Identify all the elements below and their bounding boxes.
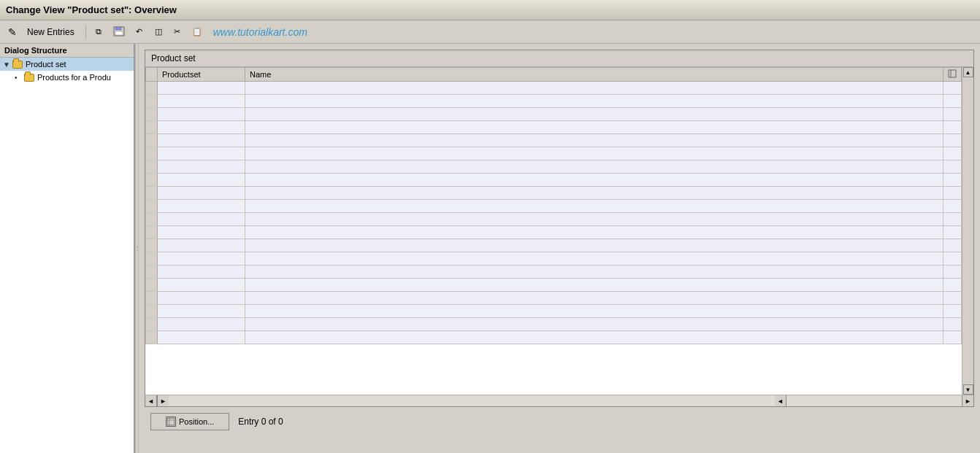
- table-row[interactable]: [146, 213, 962, 226]
- scroll-up-button[interactable]: ▲: [963, 67, 973, 77]
- save-button[interactable]: [110, 23, 129, 41]
- table-row[interactable]: [146, 292, 962, 305]
- cell-name-4[interactable]: [245, 134, 943, 147]
- cell-name-17[interactable]: [245, 305, 943, 318]
- table-row[interactable]: [146, 108, 962, 121]
- cell-productset-14[interactable]: [158, 266, 245, 279]
- h-scroll-left2-btn[interactable]: ◄: [775, 395, 786, 406]
- table-row[interactable]: [146, 305, 962, 318]
- table-row[interactable]: [146, 134, 962, 147]
- cell-name-18[interactable]: [245, 318, 943, 331]
- row-selector-19: [146, 331, 158, 344]
- table-container[interactable]: Productset Name: [145, 67, 962, 395]
- tree-item-products-for-produ[interactable]: • Products for a Produ: [0, 71, 134, 84]
- table-row[interactable]: [146, 318, 962, 331]
- table-row[interactable]: [146, 200, 962, 213]
- h-scroll-right-btn[interactable]: ►: [157, 395, 169, 406]
- bottom-area: Position... Entry 0 of 0: [145, 407, 974, 436]
- table-row[interactable]: [146, 226, 962, 239]
- row-selector-2: [146, 108, 158, 121]
- cell-name-16[interactable]: [245, 292, 943, 305]
- table-row[interactable]: [146, 121, 962, 134]
- copy-button[interactable]: ⧉: [91, 23, 107, 41]
- cell-productset-9[interactable]: [158, 200, 245, 213]
- table-row[interactable]: [146, 239, 962, 252]
- cell-resize-6: [943, 160, 962, 174]
- cell-productset-5[interactable]: [158, 147, 245, 160]
- position-button[interactable]: Position...: [150, 413, 229, 430]
- panel-splitter[interactable]: ⋮: [135, 44, 139, 453]
- cell-productset-1[interactable]: [158, 95, 245, 108]
- tree-arrow-collapse: ▼: [3, 61, 12, 69]
- cell-name-10[interactable]: [245, 213, 943, 226]
- cell-name-6[interactable]: [245, 160, 943, 174]
- cell-resize-0: [943, 82, 962, 95]
- cell-productset-19[interactable]: [158, 331, 245, 344]
- scroll-down-button[interactable]: ▼: [963, 384, 973, 395]
- cell-name-15[interactable]: [245, 279, 943, 292]
- row-selector-3: [146, 121, 158, 134]
- cell-name-3[interactable]: [245, 121, 943, 134]
- table-scroll-area: Productset Name: [145, 67, 973, 395]
- table-row[interactable]: [146, 174, 962, 187]
- cell-productset-8[interactable]: [158, 187, 245, 200]
- svg-rect-3: [949, 70, 956, 77]
- cell-resize-2: [943, 108, 962, 121]
- table-row[interactable]: [146, 252, 962, 266]
- cell-productset-0[interactable]: [158, 82, 245, 95]
- cell-name-1[interactable]: [245, 95, 943, 108]
- table-row[interactable]: [146, 82, 962, 95]
- new-entries-button[interactable]: New Entries: [23, 23, 81, 41]
- cell-name-14[interactable]: [245, 266, 943, 279]
- cell-productset-15[interactable]: [158, 279, 245, 292]
- col-header-name[interactable]: Name: [245, 68, 943, 82]
- table-row[interactable]: [146, 187, 962, 200]
- tree-item-product-set[interactable]: ▼ Product set: [0, 58, 134, 71]
- separator-1: [85, 25, 86, 39]
- tree-label-products: Products for a Produ: [37, 73, 111, 82]
- table-row[interactable]: [146, 331, 962, 344]
- cell-productset-6[interactable]: [158, 160, 245, 174]
- cell-name-9[interactable]: [245, 200, 943, 213]
- cell-resize-5: [943, 147, 962, 160]
- h-scroll-right2-btn[interactable]: ►: [962, 395, 973, 406]
- cell-name-7[interactable]: [245, 174, 943, 187]
- cell-productset-3[interactable]: [158, 121, 245, 134]
- undo-button[interactable]: ↶: [131, 23, 148, 41]
- cell-productset-13[interactable]: [158, 252, 245, 266]
- cell-name-12[interactable]: [245, 239, 943, 252]
- col-header-selector: [146, 68, 158, 82]
- cell-productset-12[interactable]: [158, 239, 245, 252]
- vertical-scrollbar[interactable]: ▲ ▼: [962, 67, 973, 395]
- col-header-productset[interactable]: Productset: [158, 68, 245, 82]
- table-row[interactable]: [146, 160, 962, 174]
- cut-button[interactable]: ✂: [169, 23, 185, 41]
- table-row[interactable]: [146, 95, 962, 108]
- cell-productset-2[interactable]: [158, 108, 245, 121]
- cell-name-0[interactable]: [245, 82, 943, 95]
- cell-name-8[interactable]: [245, 187, 943, 200]
- copy2-icon: ◫: [155, 27, 162, 36]
- cell-name-13[interactable]: [245, 252, 943, 266]
- cell-name-5[interactable]: [245, 147, 943, 160]
- cell-name-11[interactable]: [245, 226, 943, 239]
- table-row[interactable]: [146, 147, 962, 160]
- paste-button[interactable]: 📋: [188, 23, 206, 41]
- cell-productset-10[interactable]: [158, 213, 245, 226]
- cell-productset-11[interactable]: [158, 226, 245, 239]
- table-row[interactable]: [146, 279, 962, 292]
- cell-name-2[interactable]: [245, 108, 943, 121]
- cell-productset-16[interactable]: [158, 292, 245, 305]
- table-row[interactable]: [146, 266, 962, 279]
- cell-productset-4[interactable]: [158, 134, 245, 147]
- svg-rect-5: [167, 418, 175, 425]
- cell-name-19[interactable]: [245, 331, 943, 344]
- cell-resize-1: [943, 95, 962, 108]
- copy2-button[interactable]: ◫: [150, 23, 166, 41]
- cell-productset-18[interactable]: [158, 318, 245, 331]
- h-scroll-left-btn[interactable]: ◄: [145, 395, 157, 406]
- col-resize-button[interactable]: [943, 68, 962, 82]
- cell-productset-17[interactable]: [158, 305, 245, 318]
- cell-productset-7[interactable]: [158, 174, 245, 187]
- edit-button[interactable]: ✎: [4, 23, 20, 41]
